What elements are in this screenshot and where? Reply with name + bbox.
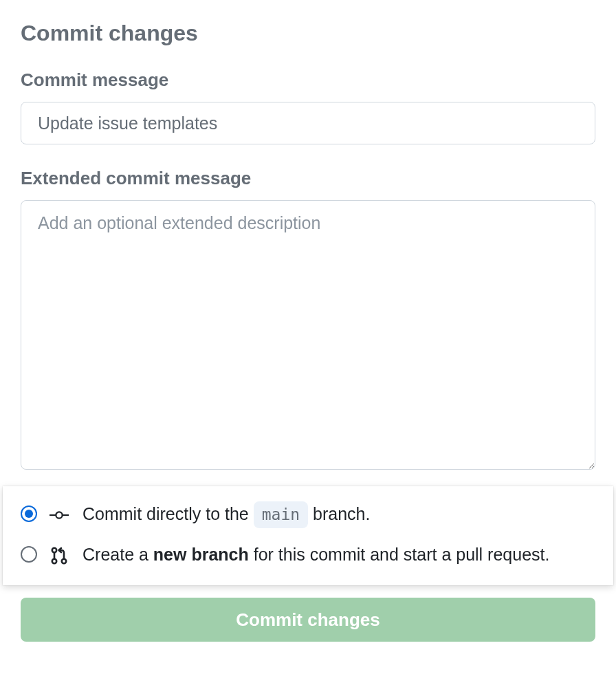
radio-commit-direct[interactable]: Commit directly to the main branch. [21, 501, 595, 528]
commit-target-panel: Commit directly to the main branch. Crea… [3, 486, 613, 585]
extended-message-label: Extended commit message [21, 168, 595, 189]
radio-indicator [21, 546, 37, 563]
svg-point-0 [56, 512, 62, 518]
page-title: Commit changes [21, 21, 595, 46]
radio-new-branch-label: Create a new branch for this commit and … [81, 542, 595, 568]
branch-name-pill: main [254, 501, 308, 528]
commit-message-input[interactable] [21, 102, 595, 144]
git-pull-request-icon [50, 546, 69, 565]
radio-indicator [21, 505, 37, 522]
radio-new-branch[interactable]: Create a new branch for this commit and … [21, 542, 595, 568]
extended-message-textarea[interactable] [21, 200, 595, 470]
commit-changes-button[interactable]: Commit changes [21, 598, 595, 642]
git-commit-icon [50, 505, 69, 525]
commit-message-label: Commit message [21, 69, 595, 91]
radio-commit-direct-label: Commit directly to the main branch. [81, 501, 595, 528]
